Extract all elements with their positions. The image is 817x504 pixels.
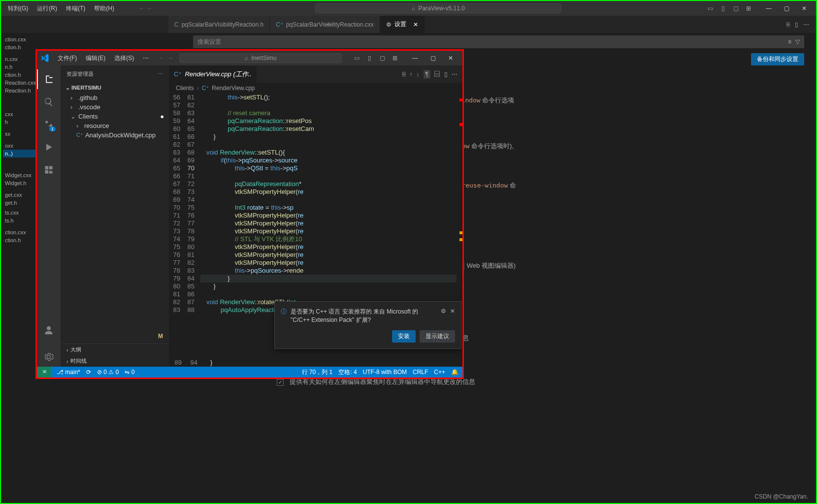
breadcrumb[interactable]: Clients › C⁺ RenderView.cpp <box>169 83 462 94</box>
layout-icon[interactable]: ▢ <box>377 53 388 63</box>
paragraph-icon[interactable]: ¶ <box>424 70 430 79</box>
install-button[interactable]: 安装 <box>392 330 416 343</box>
close-icon[interactable]: ✕ <box>450 308 455 324</box>
timeline-section[interactable]: ›时间线 <box>61 355 169 367</box>
menu-select[interactable]: 选择(S) <box>110 52 138 64</box>
problems[interactable]: ⊘ 0 ⚠ 0 <box>97 369 119 376</box>
vscode-logo-icon <box>40 53 50 63</box>
settings-icon[interactable] <box>37 347 61 367</box>
filter-icon[interactable]: ≡ <box>788 38 791 45</box>
explorer-icon[interactable] <box>37 69 61 89</box>
maximize-button[interactable]: ▢ <box>778 1 795 15</box>
more-icon[interactable]: ⋯ <box>803 21 809 28</box>
breadcrumb-item[interactable]: RenderView.cpp <box>212 85 255 92</box>
explorer-title: 资源管理器 <box>66 70 94 78</box>
eol[interactable]: CRLF <box>413 369 428 376</box>
menu-run[interactable]: 运行(R) <box>33 2 61 15</box>
notification-message: 是否要为 C++ 语言 安装推荐的 来自 Microsoft 的 "C/C++ … <box>291 308 437 324</box>
layout-icon[interactable]: ⊞ <box>390 53 400 63</box>
layout-icon[interactable]: ⊞ <box>743 3 754 14</box>
tree-node[interactable]: ›.vscode <box>61 102 169 112</box>
encoding[interactable]: UTF-8 with BOM <box>363 369 407 376</box>
close-button[interactable]: ✕ <box>442 51 459 65</box>
cursor-position[interactable]: 行 70，列 1 <box>302 368 333 377</box>
extensions-icon[interactable] <box>37 160 61 180</box>
nav-back-icon[interactable]: ← <box>159 55 164 62</box>
search-icon: ⌕ <box>245 55 248 62</box>
layout-icon[interactable]: ▭ <box>351 53 362 63</box>
command-search[interactable]: ⌕ InertSimu <box>179 53 342 63</box>
tree-node[interactable]: ⌄Clients● <box>61 112 169 121</box>
status-bar: ⪤ ⎇ main* ⟳ ⊘ 0 ⚠ 0 ⇋ 0 行 70，列 1 空格: 4 U… <box>37 367 462 378</box>
layout-icon[interactable]: ▭ <box>705 3 716 14</box>
tree-node[interactable]: ›.github <box>61 93 169 102</box>
bg-menubar: 转到(G) 运行(R) 终端(T) 帮助(H) ← → ⌕ ParaView-v… <box>1 1 816 16</box>
split-icon[interactable]: ▯ <box>795 21 798 28</box>
search-icon[interactable] <box>37 92 61 112</box>
search-text: InertSimu <box>251 55 276 62</box>
more-icon[interactable]: ⋯ <box>325 21 331 28</box>
bg-tabbar: ⋯ C pqScalarBarVisibilityReaction.h C⁺ p… <box>1 16 816 33</box>
remote-indicator[interactable]: ⪤ <box>37 367 51 378</box>
language[interactable]: C++ <box>434 369 445 376</box>
gear-icon[interactable]: ⚙ <box>441 308 446 324</box>
arrow-up-icon[interactable]: ↑ <box>410 71 413 78</box>
sidebar: 资源管理器 ⋯ ⌄ INERTSIMU ›.github›.vscode⌄Cli… <box>61 65 169 367</box>
tab-label: 设置 <box>394 20 406 29</box>
tree-node[interactable]: ›resource <box>61 121 169 130</box>
menu-terminal[interactable]: 终端(T) <box>62 2 89 15</box>
copy-icon[interactable]: ⎘ <box>402 71 406 78</box>
checkbox[interactable]: ✓ <box>277 379 284 386</box>
menu-goto[interactable]: 转到(G) <box>4 2 32 15</box>
info-icon: ⓘ <box>281 308 287 324</box>
editor-tab[interactable]: C⁺ RenderView.cpp (工作.. <box>169 65 257 83</box>
setting-text: 命令行选项 <box>482 96 514 104</box>
outline-section[interactable]: ›大纲 <box>61 344 169 355</box>
modified-indicator: M <box>158 333 169 340</box>
menu-help[interactable]: 帮助(H) <box>90 2 118 15</box>
close-icon[interactable]: ✕ <box>413 21 418 28</box>
search-icon: ⌕ <box>412 5 415 12</box>
layout-icon[interactable]: ▢ <box>730 3 741 14</box>
open-file-icon[interactable]: ⎘ <box>786 21 790 28</box>
bell-icon[interactable]: 🔔 <box>451 369 458 376</box>
diff-icon[interactable]: ⿳ <box>434 71 440 78</box>
layout-icon[interactable]: ▯ <box>364 53 375 63</box>
ports[interactable]: ⇋ 0 <box>125 369 134 376</box>
tree-node[interactable]: C⁺AnalysisDockWidget.cpp <box>61 130 169 140</box>
run-debug-icon[interactable] <box>37 137 61 157</box>
backup-sync-button[interactable]: 备份和同步设置 <box>751 53 804 65</box>
minimize-button[interactable]: — <box>760 1 778 15</box>
tab-settings[interactable]: ⚙ 设置 ✕ <box>380 16 425 33</box>
fg-titlebar: 文件(F) 编辑(E) 选择(S) ⋯ ← → ⌕ InertSimu ▭ ▯ … <box>37 51 462 65</box>
project-name[interactable]: ⌄ INERTSIMU <box>61 83 169 93</box>
arrow-down-icon[interactable]: ↓ <box>417 71 420 78</box>
setting-text: 命 <box>510 182 516 189</box>
indent[interactable]: 空格: 4 <box>338 368 357 377</box>
menu-edit[interactable]: 编辑(E) <box>82 52 109 64</box>
minimize-button[interactable]: — <box>406 51 424 65</box>
sync-icon[interactable]: ⟳ <box>86 369 91 376</box>
activity-bar: 1 <box>37 65 61 367</box>
nav-fwd-icon[interactable]: → <box>167 55 173 62</box>
menu-file[interactable]: 文件(F) <box>54 52 81 64</box>
title-search[interactable]: ⌕ ParaView-v5.11.0 <box>315 3 561 13</box>
close-button[interactable]: ✕ <box>795 1 813 15</box>
cpp-file-icon: C⁺ <box>174 70 182 78</box>
account-icon[interactable] <box>37 320 61 340</box>
maximize-button[interactable]: ▢ <box>424 51 442 65</box>
more-icon[interactable]: ⋯ <box>158 71 163 77</box>
split-icon[interactable]: ▯ <box>444 71 448 78</box>
source-control-icon[interactable]: 1 <box>37 115 61 134</box>
more-icon[interactable]: ⋯ <box>452 71 458 78</box>
funnel-icon[interactable]: ▽ <box>795 38 800 45</box>
layout-icon[interactable]: ▯ <box>718 3 728 14</box>
show-suggestions-button[interactable]: 显示建议 <box>420 330 455 343</box>
editor-tabbar: C⁺ RenderView.cpp (工作.. ⎘ ↑ ↓ ¶ ⿳ ▯ ⋯ <box>169 65 462 83</box>
settings-search[interactable]: 搜索设置 ≡ ▽ <box>193 35 804 48</box>
editor-area: C⁺ RenderView.cpp (工作.. ⎘ ↑ ↓ ¶ ⿳ ▯ ⋯ Cl… <box>169 65 462 367</box>
file-item[interactable]: ction.cxx <box>3 35 47 43</box>
menu-more[interactable]: ⋯ <box>139 53 153 63</box>
breadcrumb-item[interactable]: Clients <box>176 85 194 92</box>
git-branch[interactable]: ⎇ main* <box>57 369 80 376</box>
